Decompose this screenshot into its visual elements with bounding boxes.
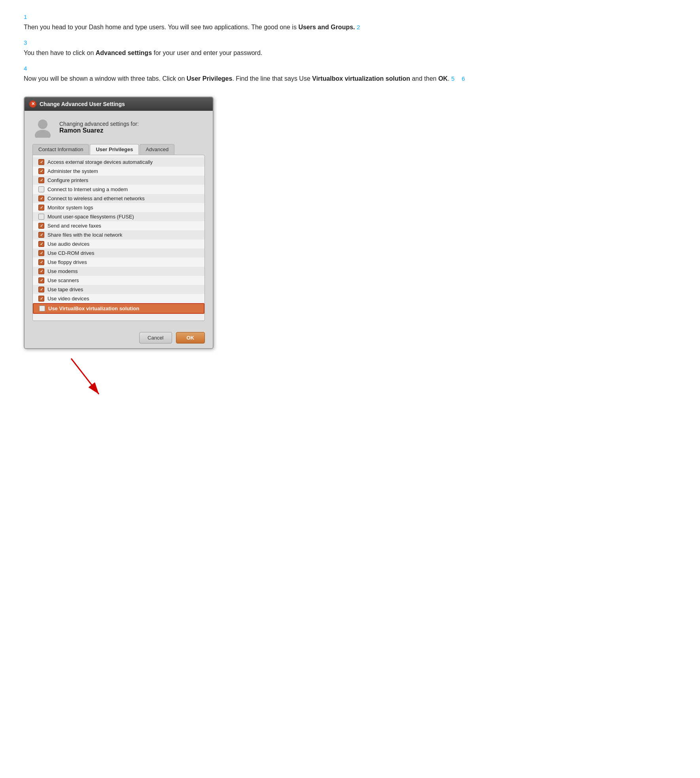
annotation-5: 5	[451, 75, 454, 82]
privilege-checkbox[interactable]	[38, 214, 44, 220]
annotation-6: 6	[462, 75, 465, 82]
svg-point-0	[38, 120, 47, 129]
tab-advanced[interactable]: Advanced	[140, 144, 174, 155]
tab-bar: Contact Information User Privileges Adva…	[32, 144, 205, 155]
privilege-label: Access external storage devices automati…	[47, 159, 153, 165]
privilege-item[interactable]: Monitor system logs	[33, 203, 204, 212]
annotation-2: 2	[357, 24, 360, 30]
privilege-label: Configure printers	[47, 177, 88, 183]
privilege-checkbox[interactable]	[38, 268, 44, 274]
arrow-annotation-area	[24, 351, 214, 402]
privilege-item[interactable]: Use CD-ROM drives	[33, 249, 204, 258]
privilege-label: Mount user-space filesystems (FUSE)	[47, 214, 134, 220]
privilege-item[interactable]: Mount user-space filesystems (FUSE)	[33, 212, 204, 221]
privileges-list: Access external storage devices automati…	[32, 155, 205, 321]
close-button[interactable]: ✕	[29, 101, 36, 108]
privilege-label: Use tape drives	[47, 287, 83, 292]
privilege-label: Connect to wireless and ethernet network…	[47, 195, 145, 201]
privilege-checkbox[interactable]	[38, 296, 44, 302]
privilege-item[interactable]: Send and receive faxes	[33, 221, 204, 230]
privilege-item[interactable]: Use audio devices	[33, 239, 204, 249]
privilege-label: Use floppy drives	[47, 259, 87, 265]
privilege-checkbox[interactable]	[38, 159, 44, 165]
username-label: Ramon Suarez	[59, 127, 139, 134]
privilege-item[interactable]: Connect to wireless and ethernet network…	[33, 194, 204, 203]
user-subtitle: Changing advanced settings for:	[59, 121, 139, 127]
privilege-item[interactable]: Use video devices	[33, 294, 204, 303]
privilege-label: Connect to Internet using a modem	[47, 186, 128, 192]
virtualbox-bold: Virtualbox virtualization solution	[312, 75, 410, 82]
privilege-checkbox[interactable]	[38, 195, 44, 201]
privilege-label: Administer the system	[47, 168, 98, 174]
tab-contact-information[interactable]: Contact Information	[32, 144, 89, 155]
privilege-checkbox[interactable]	[38, 177, 44, 183]
privilege-checkbox[interactable]	[39, 306, 45, 311]
ok-button[interactable]: OK	[176, 332, 205, 343]
privilege-item[interactable]: Configure printers	[33, 176, 204, 185]
privilege-label: Use CD-ROM drives	[47, 250, 94, 256]
privilege-checkbox[interactable]	[38, 232, 44, 238]
privilege-item[interactable]: Share files with the local network	[33, 230, 204, 239]
dialog-body: Changing advanced settings for: Ramon Su…	[25, 111, 213, 327]
privilege-label: Use audio devices	[47, 241, 89, 247]
dialog-titlebar: ✕ Change Advanced User Settings	[25, 97, 213, 111]
privilege-label: Use modems	[47, 268, 78, 274]
paragraph-1: 1 Then you head to your Dash home and ty…	[24, 12, 676, 32]
privilege-label: Use VirtualBox virtualization solution	[48, 306, 139, 311]
privilege-label: Share files with the local network	[47, 232, 122, 238]
arrow-svg	[47, 351, 127, 402]
annotation-1: 1	[24, 13, 27, 20]
dialog-title: Change Advanced User Settings	[40, 101, 125, 107]
annotation-3: 3	[24, 39, 27, 46]
cancel-button[interactable]: Cancel	[139, 332, 172, 343]
avatar	[32, 117, 53, 138]
paragraph-2: 3 You then have to click on Advanced set…	[24, 38, 676, 58]
privilege-item[interactable]: Use scanners	[33, 276, 204, 285]
user-info-section: Changing advanced settings for: Ramon Su…	[32, 117, 205, 138]
user-privileges-bold: User Privileges	[187, 75, 233, 82]
privilege-item[interactable]: Administer the system	[33, 167, 204, 176]
privilege-label: Send and receive faxes	[47, 223, 101, 229]
privilege-item[interactable]: Use modems	[33, 267, 204, 276]
user-info-text: Changing advanced settings for: Ramon Su…	[59, 121, 139, 134]
privilege-label: Use scanners	[47, 277, 79, 283]
svg-point-1	[35, 130, 51, 138]
privilege-checkbox[interactable]	[38, 259, 44, 265]
privilege-item[interactable]: Use floppy drives	[33, 258, 204, 267]
tab-user-privileges[interactable]: User Privileges	[90, 144, 139, 155]
dialog-window: ✕ Change Advanced User Settings Changing…	[24, 97, 214, 349]
ok-bold: OK	[438, 75, 448, 82]
privilege-checkbox[interactable]	[38, 287, 44, 292]
privilege-label: Use video devices	[47, 296, 89, 302]
paragraph-3: 4 Now you will be shown a window with th…	[24, 63, 676, 83]
annotation-4: 4	[24, 65, 27, 72]
privilege-checkbox[interactable]	[38, 186, 44, 192]
privilege-checkbox[interactable]	[38, 241, 44, 247]
privilege-item[interactable]: Connect to Internet using a modem	[33, 185, 204, 194]
privilege-item[interactable]: Access external storage devices automati…	[33, 157, 204, 167]
privilege-label: Monitor system logs	[47, 205, 93, 211]
privilege-checkbox[interactable]	[38, 250, 44, 256]
privilege-checkbox[interactable]	[38, 223, 44, 229]
privilege-checkbox[interactable]	[38, 277, 44, 283]
svg-line-3	[71, 359, 99, 394]
privilege-checkbox[interactable]	[38, 168, 44, 174]
advanced-settings-bold: Advanced settings	[96, 49, 152, 56]
users-groups-bold: Users and Groups.	[298, 24, 355, 30]
privilege-item[interactable]: Use tape drives	[33, 285, 204, 294]
privilege-item[interactable]: Use VirtualBox virtualization solution	[33, 303, 204, 314]
dialog-footer: Cancel OK	[25, 327, 213, 348]
privilege-checkbox[interactable]	[38, 205, 44, 211]
